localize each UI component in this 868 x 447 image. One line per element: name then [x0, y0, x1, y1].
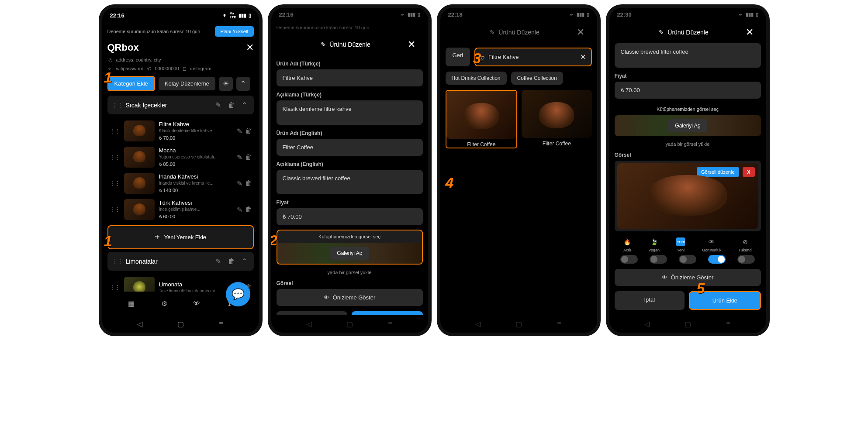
edit-icon[interactable]: ✎: [214, 257, 223, 265]
input-desc-tr[interactable]: Klasik demleme filtre kahve: [277, 100, 423, 125]
search-input-wrap[interactable]: ⌕ ✕: [474, 48, 591, 66]
label-image: Görsel: [615, 152, 761, 158]
wifi-text: wifipassword: [116, 66, 144, 71]
toggle-soldout[interactable]: [737, 255, 755, 264]
add-category-button[interactable]: Kategori Ekle: [107, 76, 155, 91]
clear-icon[interactable]: ✕: [580, 53, 586, 61]
or-upload-text: yada bir görsel yükle: [615, 141, 761, 147]
drag-handle-icon[interactable]: ⋮⋮: [109, 180, 120, 187]
gallery-box[interactable]: Kütüphanemizden görsel seç Galeriyi Aç: [277, 230, 423, 265]
eye-icon: 👁: [707, 237, 716, 246]
back-button[interactable]: Geri: [446, 48, 470, 66]
delete-icon[interactable]: 🗑: [245, 127, 252, 135]
phone-2: 22:16 ᯤ▮▮▮▯ Deneme sürümünüzün kalan sür…: [268, 4, 432, 336]
drag-handle-icon[interactable]: ⋮⋮: [109, 284, 120, 291]
close-icon[interactable]: ✕: [746, 27, 754, 38]
filter-chip[interactable]: Coffee Collection: [511, 72, 563, 85]
drag-handle-icon[interactable]: ⋮⋮: [109, 127, 120, 134]
or-upload-text: yada bir görsel yükle: [277, 270, 423, 275]
qr-icon[interactable]: ▦: [126, 298, 137, 309]
chevron-up-icon[interactable]: ⌃: [240, 257, 249, 265]
app-title: QRbox: [107, 42, 139, 53]
cancel-button[interactable]: İptal: [277, 311, 348, 315]
search-input[interactable]: [488, 54, 576, 60]
product-row[interactable]: ⋮⋮ İrlanda Kahvesi İrlanda viskisi ve kr…: [107, 170, 254, 196]
drag-handle-icon[interactable]: ⋮⋮: [109, 206, 120, 213]
trial-text: Deneme sürümünüzün kalan süresi: 10 gün: [107, 29, 201, 34]
input-price[interactable]: ₺ 70.00: [615, 82, 761, 99]
product-row[interactable]: ⋮⋮ Mocha Yoğun espresso ve çikolatalı...…: [107, 144, 254, 170]
delete-icon[interactable]: 🗑: [227, 101, 236, 109]
selected-image: Görseli düzenle X: [617, 163, 758, 229]
phone-text: 000000000: [155, 66, 179, 71]
gear-icon[interactable]: ⚙: [159, 298, 170, 309]
back-icon[interactable]: ◁: [135, 320, 144, 328]
product-row[interactable]: ⋮⋮ Filtre Kahve Klasik demleme filtre ka…: [107, 118, 254, 144]
toggle-new[interactable]: [679, 255, 696, 264]
image-preview-box: Görseli düzenle X: [615, 161, 761, 231]
gallery-box[interactable]: Galeriyi Aç: [615, 115, 761, 136]
collapse-icon[interactable]: ⌃: [236, 77, 250, 91]
edit-icon[interactable]: ✎: [237, 179, 242, 188]
edit-icon[interactable]: ✎: [237, 206, 242, 214]
category-header[interactable]: ⋮⋮ Limonatalar ✎ 🗑 ⌃: [107, 252, 254, 271]
close-icon[interactable]: ✕: [577, 27, 584, 38]
eye-icon: 👁: [662, 274, 667, 281]
input-desc-en[interactable]: Classic brewed filter coffee: [615, 43, 761, 68]
product-name: Filtre Kahve: [159, 121, 232, 127]
submit-button[interactable]: Ürün Ekle: [352, 311, 423, 315]
easy-edit-button[interactable]: Kolay Düzenleme: [159, 77, 215, 90]
upgrade-button[interactable]: Planı Yükselt: [215, 26, 253, 37]
close-icon[interactable]: ✕: [408, 39, 415, 50]
cancel-button[interactable]: İptal: [615, 291, 685, 310]
location-icon: ◎: [107, 57, 114, 63]
edit-icon[interactable]: ✎: [237, 127, 242, 135]
step-4-badge: 4: [446, 174, 454, 191]
toggle-spicy[interactable]: [620, 255, 638, 264]
eye-icon: 👁: [324, 294, 329, 301]
category-header[interactable]: ⋮⋮ Sıcak İçecekler ✎ 🗑 ⌃: [107, 96, 254, 114]
chevron-up-icon[interactable]: ⌃: [240, 101, 249, 109]
filter-chip[interactable]: Hot Drinks Collection: [446, 72, 507, 85]
input-desc-en[interactable]: Classic brewed filter coffee: [277, 170, 423, 194]
preview-button[interactable]: 👁Önizleme Göster: [615, 269, 761, 286]
drag-handle-icon[interactable]: ⋮⋮: [112, 102, 122, 109]
delete-image-button[interactable]: X: [743, 167, 754, 177]
delete-icon[interactable]: 🗑: [245, 153, 252, 162]
toggle-visibility[interactable]: [708, 255, 726, 264]
drag-handle-icon[interactable]: ⋮⋮: [109, 154, 120, 161]
step-1-badge: 1: [104, 69, 112, 86]
edit-icon[interactable]: ✎: [214, 101, 223, 109]
delete-icon[interactable]: 🗑: [227, 258, 236, 265]
result-caption: Filter Coffee: [522, 141, 592, 147]
input-price[interactable]: ₺ 70.00: [277, 208, 423, 225]
new-badge-icon: YENİ: [676, 237, 685, 246]
image-result[interactable]: Filter Coffee: [522, 90, 592, 148]
home-icon[interactable]: ▢: [176, 320, 185, 328]
eye-icon[interactable]: 👁: [191, 298, 202, 309]
status-icons: ᯤ VoLTE ▮▮▮ ▯: [223, 11, 251, 19]
close-icon[interactable]: ✕: [246, 42, 254, 53]
image-result[interactable]: Filter Coffee: [446, 90, 518, 148]
drag-handle-icon[interactable]: ⋮⋮: [112, 258, 122, 265]
gallery-open-button[interactable]: Galeriyi Aç: [668, 119, 707, 132]
edit-image-button[interactable]: Görseli düzenle: [697, 167, 739, 177]
add-food-button[interactable]: + Yeni Yemek Ekle: [107, 225, 254, 249]
label-desc-tr: Açıklama (Türkçe): [277, 92, 423, 98]
category-name: Sıcak İçecekler: [126, 102, 210, 109]
product-row[interactable]: ⋮⋮ Türk Kahvesi İnce çekilmiş kahve... ₺…: [107, 196, 254, 223]
gallery-from-library: Kütüphanemizden görsel seç: [615, 103, 761, 115]
chat-fab[interactable]: 💬: [226, 282, 250, 306]
delete-icon[interactable]: 🗑: [245, 179, 252, 188]
battery-icon: ▯: [249, 13, 251, 18]
delete-icon[interactable]: 🗑: [245, 206, 252, 214]
input-name-tr[interactable]: Filtre Kahve: [277, 69, 423, 86]
toggle-vegan[interactable]: [650, 255, 667, 264]
theme-icon[interactable]: ☀: [219, 77, 233, 91]
gallery-open-button[interactable]: Galeriyi Aç: [330, 247, 369, 260]
input-name-en[interactable]: Filter Coffee: [277, 139, 423, 156]
preview-button[interactable]: 👁Önizleme Göster: [277, 289, 423, 306]
recents-icon[interactable]: ≡: [217, 320, 225, 328]
edit-icon[interactable]: ✎: [237, 153, 242, 162]
soldout-icon: ⊘: [741, 237, 750, 246]
